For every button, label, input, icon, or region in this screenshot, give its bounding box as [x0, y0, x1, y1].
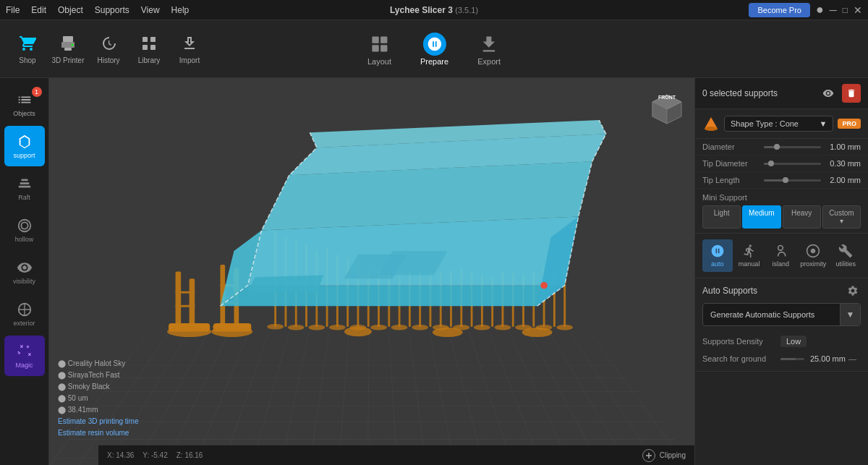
utilities-mode-icon: [838, 244, 853, 258]
mini-support-medium[interactable]: Medium: [742, 205, 780, 229]
mini-support-custom[interactable]: Custom ▾: [822, 205, 861, 229]
mode-utilities[interactable]: utilities: [830, 239, 861, 272]
svg-point-69: [474, 325, 490, 330]
svg-point-79: [433, 328, 463, 337]
toolbar-history[interactable]: History: [90, 26, 127, 72]
generate-dropdown-arrow[interactable]: ▼: [840, 304, 860, 325]
toolbar-shop[interactable]: Shop: [9, 26, 46, 72]
svg-rect-8: [372, 36, 378, 43]
coord-x: X: 14.36: [107, 451, 134, 459]
mini-support-buttons: Light Medium Heavy Custom ▾: [702, 205, 861, 229]
svg-point-88: [540, 282, 548, 289]
menu-supports[interactable]: Supports: [95, 5, 129, 15]
status-bar: X: 14.36 Y: -5.42 Z: 16.16 Clipping: [98, 445, 694, 465]
menu-file[interactable]: File: [6, 5, 20, 15]
sidebar-support-label: support: [13, 152, 35, 159]
sidebar-item-magic[interactable]: Magic: [4, 336, 45, 376]
svg-point-76: [167, 326, 211, 337]
nav-layout[interactable]: Layout: [356, 28, 403, 70]
clipping-icon[interactable]: [642, 449, 655, 462]
mode-proximity[interactable]: proximity: [797, 239, 829, 272]
sidebar-item-hollow[interactable]: hollow: [4, 210, 45, 250]
info-overlay: ⬤ Creality Halot Sky ⬤ SirayaTech Fast ⬤…: [58, 358, 139, 439]
printer-name: ⬤ Creality Halot Sky: [58, 358, 139, 370]
auto-supports-settings-button[interactable]: [845, 283, 861, 299]
svg-rect-10: [372, 45, 378, 51]
estimate-time-link[interactable]: Estimate 3D printing time: [58, 416, 139, 427]
sidebar-objects-label: Objects: [13, 110, 35, 117]
cart-icon: [17, 33, 38, 54]
raft-icon: [17, 176, 33, 192]
search-ground-slider[interactable]: [780, 358, 804, 360]
sidebar-item-exterior[interactable]: exterior: [4, 294, 45, 334]
estimate-resin-link[interactable]: Estimate resin volume: [58, 427, 139, 439]
layout-icon: [367, 33, 391, 56]
sidebar-item-visibility[interactable]: visibility: [4, 252, 45, 292]
manual-mode-label: manual: [739, 260, 760, 268]
menu-help[interactable]: Help: [171, 5, 190, 15]
become-pro-button[interactable]: Become Pro: [749, 3, 810, 17]
upload-icon: [179, 33, 200, 54]
color-name: ⬤ Smoky Black: [58, 381, 139, 393]
maximize-button[interactable]: □: [843, 5, 848, 15]
svg-rect-19: [190, 278, 195, 327]
clipping-label: Clipping: [660, 451, 686, 459]
manual-mode-icon: [742, 244, 757, 258]
shape-type-dropdown[interactable]: Shape Type : Cone ▼: [724, 116, 833, 132]
svg-rect-12: [18, 185, 30, 187]
svg-point-66: [412, 325, 428, 330]
tip-length-row: Tip Length 2.00 mm: [695, 172, 868, 189]
island-mode-icon: [773, 244, 788, 258]
density-label: Supports Density: [702, 337, 775, 346]
menu-object[interactable]: Object: [58, 5, 83, 15]
sidebar-item-objects[interactable]: 1 Objects: [4, 84, 45, 124]
nav-export[interactable]: Export: [466, 28, 512, 70]
nav-prepare[interactable]: Prepare: [409, 28, 460, 70]
generate-button[interactable]: Generate Automatic Supports: [703, 306, 840, 323]
svg-point-59: [267, 324, 284, 330]
panel-header: 0 selected supports: [695, 78, 868, 109]
svg-rect-4: [142, 37, 148, 42]
nav-prepare-label: Prepare: [420, 57, 448, 66]
mini-support-light[interactable]: Light: [702, 205, 741, 229]
island-mode-label: island: [773, 260, 790, 268]
diameter-label: Diameter: [702, 142, 764, 151]
mode-manual[interactable]: manual: [734, 239, 765, 272]
mini-support-label: Mini Support: [702, 193, 861, 202]
pro-badge: PRO: [838, 119, 861, 129]
delete-supports-button[interactable]: [842, 84, 861, 103]
close-button[interactable]: ✕: [854, 4, 862, 16]
svg-point-73: [556, 325, 573, 330]
mode-auto[interactable]: auto: [702, 239, 733, 272]
toolbar-import[interactable]: Import: [171, 26, 208, 72]
visibility-toggle-button[interactable]: [819, 84, 838, 103]
toolbar-library[interactable]: Library: [130, 26, 168, 72]
sidebar-visibility-label: visibility: [13, 278, 35, 285]
diameter-slider[interactable]: [764, 146, 821, 148]
menu-edit[interactable]: Edit: [31, 5, 46, 15]
mode-island[interactable]: island: [766, 239, 796, 272]
toolbar-3dprinter[interactable]: 3D Printer: [49, 26, 87, 72]
menu-view[interactable]: View: [141, 5, 160, 15]
printer-icon: [58, 33, 78, 54]
mini-support-heavy[interactable]: Heavy: [783, 205, 821, 229]
support-icon: [17, 134, 33, 150]
tip-length-slider[interactable]: [764, 179, 821, 182]
hollow-icon: [17, 218, 33, 234]
layer-size: ⬤ 50 um: [58, 393, 139, 404]
viewport[interactable]: FRONT ⬤ Creality Halot Sky ⬤ SirayaTech …: [49, 78, 694, 465]
search-ground-minus[interactable]: —: [848, 354, 856, 363]
svg-rect-9: [380, 36, 387, 43]
diameter-value: 1.00 mm: [821, 142, 861, 151]
sidebar-item-raft[interactable]: Raft: [4, 168, 45, 208]
minimize-button[interactable]: ─: [830, 4, 837, 16]
user-icon[interactable]: ●: [816, 2, 824, 17]
nav-cube[interactable]: FRONT: [645, 84, 689, 127]
grid-icon: [139, 33, 159, 54]
svg-point-62: [329, 325, 346, 330]
nav-cube-svg: FRONT: [645, 84, 689, 127]
left-sidebar: 1 Objects support Raft hollow visibility…: [0, 78, 49, 465]
tip-diameter-slider[interactable]: [764, 163, 821, 165]
menu-bar: File Edit Object Supports View Help Lych…: [0, 0, 868, 20]
sidebar-item-support[interactable]: support: [4, 126, 45, 166]
